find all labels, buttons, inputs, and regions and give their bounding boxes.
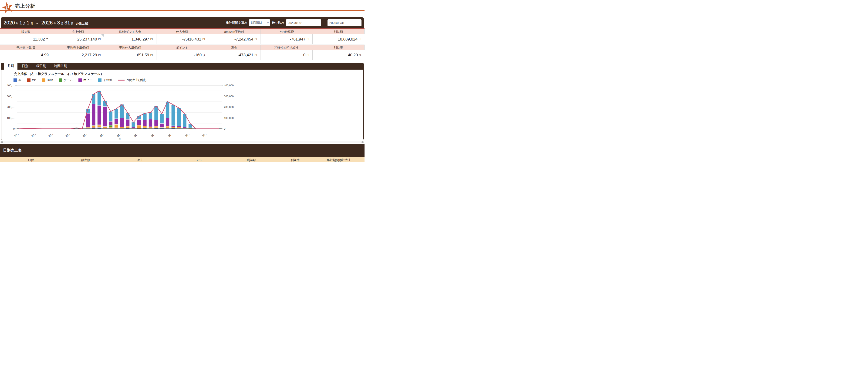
date-part: 日 xyxy=(71,22,73,25)
svg-text:100,000: 100,000 xyxy=(224,117,234,120)
chart-panel: 売上推移 （左：棒グラフスケール、右：線グラフスケール） 本CDDVDゲームホビ… xyxy=(1,70,363,140)
legend-label: 本 xyxy=(19,78,22,82)
daily-column-header: 日付 xyxy=(0,157,62,162)
summary-value-cell: -160pt xyxy=(156,50,209,60)
date-range-controls: 集計期間を選ぶ 期間指定 ∨ 絞り込み ～ xyxy=(226,19,362,26)
summary-header-cell: 利益率 xyxy=(312,45,365,50)
date-range-bar: 2020年1月1日～2026年3月31日の売上集計 集計期間を選ぶ 期間指定 ∨… xyxy=(1,17,364,28)
summary-header-cell: その他経費 xyxy=(260,29,313,34)
legend-swatch-icon xyxy=(59,78,62,82)
metric-value: 1,346,297 xyxy=(131,37,149,42)
legend-item-line: 月間売上(累計) xyxy=(118,78,147,82)
date-part: 2026 xyxy=(41,20,53,26)
date-range-text: 2020年1月1日～2026年3月31日の売上集計 xyxy=(3,20,90,26)
summary-value-cell: -7,416,431円 xyxy=(156,34,209,44)
date-part: ～ xyxy=(35,21,39,26)
summary-header-cell: 利益額 xyxy=(312,29,365,34)
metric-value: 2,217.29 xyxy=(82,53,97,58)
summary-value-cell: -761,947円 xyxy=(260,34,313,44)
metric-unit: 円 xyxy=(98,37,101,41)
metric-value: -160 xyxy=(194,53,202,58)
legend-item: DVD xyxy=(42,78,53,82)
metric-value: -7,416,431 xyxy=(182,37,201,42)
summary-metrics-table: 販売数売上金額送料/ギフト入金仕入金額amazon手数料その他経費利益額11,3… xyxy=(0,28,365,60)
svg-text:20…: 20… xyxy=(48,132,54,137)
summary-value-cell: 40.20% xyxy=(313,50,365,60)
date-to-input[interactable] xyxy=(328,19,362,26)
scrollbar-left-button[interactable] xyxy=(1,141,3,143)
svg-text:400,000: 400,000 xyxy=(224,84,234,87)
tab-weekday[interactable]: 曜日別 xyxy=(33,62,50,70)
app-header: P 売上分析 xyxy=(0,0,365,11)
filter-label: 絞り込み xyxy=(272,21,284,25)
legend-label: CD xyxy=(32,78,36,82)
summary-value-cell: 25,237,140円 xyxy=(52,34,104,44)
metric-unit: 円 xyxy=(150,37,153,41)
metric-value: -473,421 xyxy=(238,53,253,58)
logo-letter: P xyxy=(5,4,10,11)
summary-value-cell: 10,689,024円 xyxy=(313,34,365,44)
metric-unit: 円 xyxy=(307,53,309,57)
sales-analysis-page: P 売上分析 2020年1月1日～2026年3月31日の売上集計 集計期間を選ぶ… xyxy=(0,0,365,162)
svg-text:20…: 20… xyxy=(82,132,88,137)
svg-text:20…: 20… xyxy=(99,132,105,137)
daily-column-header: 利益率 xyxy=(277,157,314,162)
summary-value-row: 11,382コ25,237,140円1,346,297円-7,416,431円-… xyxy=(0,34,365,44)
summary-value-cell: -473,421円 xyxy=(208,50,260,60)
svg-text:20…: 20… xyxy=(167,132,174,137)
svg-text:月: 月 xyxy=(118,138,121,140)
date-from-input[interactable] xyxy=(286,19,321,26)
daily-column-header: 集計期間累計売上 xyxy=(314,157,365,162)
period-select[interactable]: 期間指定 ∨ xyxy=(249,19,270,26)
svg-text:20…: 20… xyxy=(65,132,71,137)
metric-value: 25,237,140 xyxy=(77,37,97,42)
period-select-label: 集計期間を選ぶ xyxy=(226,21,247,25)
metric-unit: 円 xyxy=(307,37,309,41)
summary-value-cell: -7,242,454円 xyxy=(208,34,260,44)
tab-hourly[interactable]: 時間帯別 xyxy=(51,62,70,70)
svg-text:300,…: 300,… xyxy=(7,95,15,98)
summary-header-cell: 平均仕入単価/個 xyxy=(104,45,156,50)
horizontal-scrollbar[interactable] xyxy=(0,141,364,143)
summary-value-cell: 1,346,297円 xyxy=(104,34,156,44)
date-part: 年 xyxy=(16,22,19,25)
svg-text:20…: 20… xyxy=(133,132,140,137)
legend-swatch-icon xyxy=(98,78,101,82)
legend-label: その他 xyxy=(103,78,112,82)
daily-column-header: 売上 xyxy=(110,157,171,162)
date-part: 1 xyxy=(27,20,29,26)
daily-column-header: 利益額 xyxy=(226,157,277,162)
svg-text:20…: 20… xyxy=(184,132,191,137)
legend-label: ゲーム xyxy=(64,78,73,82)
summary-value-cell: 11,382コ xyxy=(0,34,52,44)
summary-header-cell: 売上金額 xyxy=(52,29,104,34)
legend-item: ゲーム xyxy=(59,78,73,82)
tab-monthly[interactable]: 月別 xyxy=(4,62,18,70)
daily-table-section-header: 日別売上表 xyxy=(0,144,365,157)
metric-value: 40.20 xyxy=(348,53,358,58)
sales-chart: 0100,…200,…300,…400,…0100,000200,000300,… xyxy=(3,83,245,140)
scrollbar-right-button[interactable] xyxy=(362,141,364,143)
date-part: 年 xyxy=(54,22,56,25)
legend-item: ホビー xyxy=(79,78,93,82)
legend-swatch-icon xyxy=(42,78,45,82)
date-part: 日 xyxy=(30,22,33,25)
summary-value-cell: 651.59円 xyxy=(104,50,156,60)
date-part: 1 xyxy=(19,20,22,26)
chevron-down-icon: ∨ xyxy=(267,22,269,25)
metric-unit: 円 xyxy=(359,37,361,41)
summary-header-cell: 送料/ギフト入金 xyxy=(104,29,156,34)
svg-text:400,…: 400,… xyxy=(7,84,15,87)
svg-text:300,000: 300,000 xyxy=(224,95,234,98)
summary-header-cell: 販売数 xyxy=(0,29,52,34)
metric-value: -761,947 xyxy=(290,37,305,42)
svg-text:100,…: 100,… xyxy=(7,117,15,120)
summary-header-cell: 平均売上数/日 xyxy=(0,45,52,50)
chart-section: 月別 日別 曜日別 時間帯別 売上推移 （左：棒グラフスケール、右：線グラフスケ… xyxy=(1,63,364,140)
tab-daily[interactable]: 日別 xyxy=(19,62,32,70)
metric-unit: 円 xyxy=(254,53,257,57)
summary-value-cell: 2,217.29円 xyxy=(52,50,104,60)
metric-unit: コ xyxy=(46,37,49,41)
sales-chart-svg: 0100,…200,…300,…400,…0100,000200,000300,… xyxy=(3,83,245,140)
chart-title: 売上推移 （左：棒グラフスケール、右：線グラフスケール） xyxy=(3,72,363,76)
